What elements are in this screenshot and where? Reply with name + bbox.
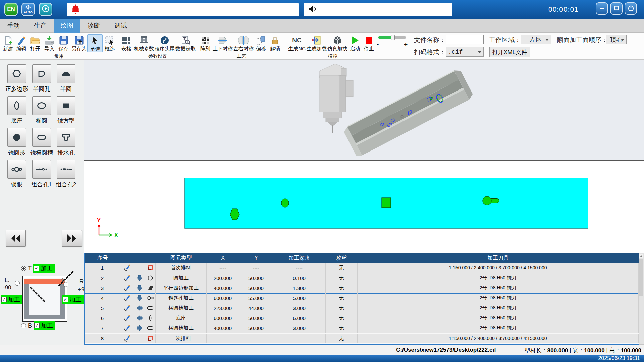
tool-mill-slot-button[interactable]	[32, 128, 51, 147]
edit-pencil-icon[interactable]	[120, 334, 134, 343]
unlock-button[interactable]: 解锁	[268, 34, 282, 51]
table-row[interactable]: 7 横圆槽加工 400.000 50.000 3.000 无 2号: D8 H5…	[85, 323, 639, 334]
arrow-down-icon	[134, 283, 145, 293]
circle-icon	[145, 273, 156, 283]
tool-polygon-button[interactable]	[7, 64, 26, 83]
save-as-button[interactable]: 另存为	[71, 34, 88, 51]
file-name-input[interactable]	[446, 35, 484, 44]
toolbar-group-process: 阵列 上下对称 左右对称 偏移 解锁 工艺	[198, 33, 285, 60]
language-button[interactable]: EN	[4, 3, 18, 16]
table-scrollbar[interactable]	[639, 253, 644, 345]
right-face-radio[interactable]	[63, 282, 68, 287]
data-fetch-button[interactable]: 数据获取	[175, 34, 196, 51]
top-face-radio[interactable]	[21, 266, 26, 271]
left-machining-toggle[interactable]: 加工	[1, 295, 22, 304]
table-params-button[interactable]: 表格	[119, 34, 133, 51]
stop-button[interactable]: 停止	[362, 34, 376, 51]
slider-track[interactable]	[378, 36, 406, 39]
table-row[interactable]: 1 首次排料 ---- ---- ---- 无 1:150.000 / 2:40…	[85, 263, 639, 273]
open-button[interactable]: 打开	[28, 34, 42, 51]
mirror-vertical-button[interactable]: 上下对称	[212, 34, 233, 51]
edit-pencil-icon[interactable]	[120, 313, 134, 323]
scroll-up-icon[interactable]	[639, 254, 643, 258]
open-xml-button[interactable]: 打开XML文件	[489, 47, 530, 57]
checkbox-checked-icon[interactable]	[1, 297, 7, 302]
keyhole-circle-shape[interactable]	[483, 196, 491, 205]
mirror-horizontal-button[interactable]: 左右对称	[233, 34, 254, 51]
program-headtail-button[interactable]: 程序头尾	[154, 34, 175, 51]
maximize-button[interactable]	[610, 2, 623, 15]
table-row-selected[interactable]: 4 钥匙孔加工 600.000 55.000 5.000 无 2号: D8 H5…	[85, 293, 639, 303]
circle-shape[interactable]	[281, 199, 289, 207]
tab-debug[interactable]: 调试	[107, 19, 134, 33]
single-select-button[interactable]: 单选	[87, 34, 103, 52]
edit-pencil-icon[interactable]	[120, 273, 134, 283]
tool-mill-circle-button[interactable]	[7, 128, 26, 147]
tool-base-button[interactable]	[7, 96, 26, 115]
drawing-2d-view[interactable]: Y X	[84, 160, 644, 253]
save-button[interactable]: 保存	[57, 34, 71, 51]
power-button[interactable]	[625, 2, 637, 15]
toolbar-caption-simulation: 模拟	[287, 53, 378, 59]
start-button[interactable]: 启动	[348, 34, 362, 51]
table-row[interactable]: 5 横圆槽加工 223.000 44.000 3.000 无 2号: D8 H5…	[85, 303, 639, 313]
edit-pencil-icon[interactable]	[120, 323, 134, 333]
checkbox-checked-icon[interactable]	[34, 323, 40, 328]
slider-thumb[interactable]	[391, 35, 395, 40]
bottom-face-radio[interactable]	[21, 323, 26, 328]
scrollbar-thumb[interactable]	[639, 259, 643, 296]
rect-shape[interactable]	[382, 198, 391, 208]
checkbox-checked-icon[interactable]	[34, 266, 39, 271]
tool-combo-hole2-button[interactable]	[57, 160, 75, 179]
auto-mode-button[interactable]: AUTO	[21, 3, 35, 16]
tab-diagnosis[interactable]: 诊断	[80, 19, 107, 33]
slider-plus-label[interactable]: +	[404, 41, 408, 48]
simulate-load-button[interactable]: 仿真加载	[327, 34, 348, 51]
alarm-message-field[interactable]	[67, 3, 299, 16]
box-select-button[interactable]: 框选	[103, 34, 117, 51]
tool-mill-rect-button[interactable]	[57, 96, 75, 115]
prev-page-button[interactable]	[6, 230, 26, 247]
right-machining-toggle[interactable]: 加工	[62, 295, 84, 304]
table-row[interactable]: 8 二次排料 ---- ---- ---- 无 1:150.000 / 2:40…	[85, 334, 639, 344]
offset-button[interactable]: 偏移	[254, 34, 268, 51]
import-button[interactable]: 导入	[42, 34, 57, 51]
new-button[interactable]: 新建	[1, 34, 15, 51]
tab-production[interactable]: 生产	[27, 19, 54, 33]
slider-minus-label[interactable]: -	[377, 41, 379, 48]
checkbox-checked-icon[interactable]	[63, 297, 68, 302]
tool-half-round-hole-button[interactable]	[32, 64, 51, 83]
next-page-button[interactable]	[62, 230, 82, 247]
machine-params-button[interactable]: 机械参数	[133, 34, 154, 51]
tool-drain-hole-button[interactable]	[57, 128, 75, 147]
tool-combo-hole1-button[interactable]	[32, 160, 51, 179]
table-row[interactable]: 3 平行四边形加工 400.000 50.000 1.300 无 2号: D8 …	[85, 283, 639, 293]
header-depth: 加工深度	[273, 253, 326, 263]
generate-load-button[interactable]: 生成加载	[306, 34, 327, 51]
tab-manual[interactable]: 手动	[0, 19, 27, 33]
simulate-button[interactable]	[39, 3, 52, 16]
tool-half-circle-button[interactable]	[57, 64, 75, 83]
top-machining-toggle[interactable]: 加工	[33, 264, 55, 273]
scan-format-select[interactable]: .cif	[446, 47, 484, 57]
table-row[interactable]: 2 圆加工 200.000 50.000 0.100 无 2号: D8 H50 …	[85, 273, 639, 283]
edit-pencil-icon[interactable]	[120, 263, 134, 273]
table-row[interactable]: 6 底座 600.000 50.000 6.000 无 2号: D8 H50 铣…	[85, 313, 639, 323]
edit-pencil-icon[interactable]	[120, 283, 134, 293]
flip-order-select[interactable]: 顶右	[606, 35, 627, 44]
edit-pencil-icon[interactable]	[120, 303, 134, 313]
minimize-button[interactable]	[596, 2, 608, 15]
edit-pencil-icon[interactable]	[120, 293, 134, 303]
work-area-select[interactable]: 左区	[521, 35, 551, 44]
bottom-machining-toggle[interactable]: 加工	[34, 321, 55, 330]
simulation-3d-view[interactable]	[84, 60, 644, 160]
tool-ellipse-button[interactable]	[32, 96, 51, 115]
sim-speed-slider[interactable]: - +	[376, 34, 408, 48]
tool-lock-eye-button[interactable]	[7, 160, 26, 179]
left-face-radio[interactable]	[15, 281, 20, 286]
array-button[interactable]: 阵列	[198, 34, 212, 51]
edit-button[interactable]: 编辑	[15, 34, 28, 51]
generate-nc-button[interactable]: NC 生成NC	[287, 34, 306, 51]
tab-drawing[interactable]: 绘图	[54, 19, 80, 33]
volume-message-field[interactable]	[304, 3, 452, 16]
